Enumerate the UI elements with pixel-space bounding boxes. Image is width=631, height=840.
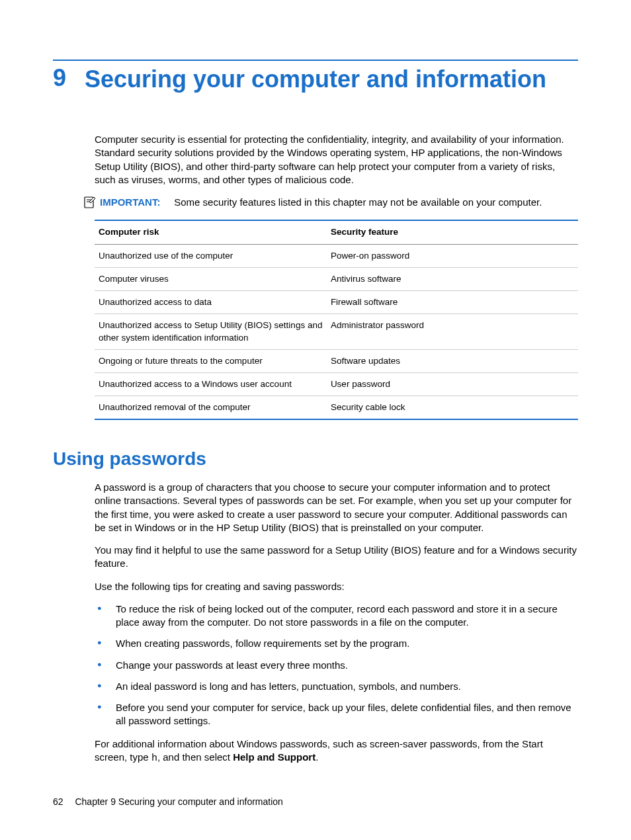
- important-label: IMPORTANT:: [100, 196, 160, 208]
- section-p4: For additional information about Windows…: [95, 737, 578, 766]
- chapter-heading: 9 Securing your computer and information: [53, 65, 578, 93]
- list-item: When creating passwords, follow requirem…: [95, 637, 578, 650]
- col-header-feature: Security feature: [327, 220, 578, 244]
- footer-text: Chapter 9 Securing your computer and inf…: [75, 796, 282, 807]
- cell-feature: Administrator password: [327, 314, 578, 349]
- section-p2: You may find it helpful to use the same …: [95, 544, 578, 571]
- table-row: Ongoing or future threats to the compute…: [95, 349, 578, 372]
- chapter-title: Securing your computer and information: [85, 65, 546, 93]
- table-row: Unauthorized access to a Windows user ac…: [95, 372, 578, 396]
- list-item: Before you send your computer for servic…: [95, 701, 578, 728]
- cell-risk: Unauthorized access to a Windows user ac…: [95, 372, 327, 396]
- table-row: Unauthorized removal of the computer Sec…: [95, 396, 578, 420]
- page-number: 62: [53, 796, 63, 807]
- cell-risk: Unauthorized access to Setup Utility (BI…: [95, 314, 327, 349]
- cell-risk: Ongoing or future threats to the compute…: [95, 349, 327, 372]
- list-item: An ideal password is long and has letter…: [95, 680, 578, 693]
- security-table: Computer risk Security feature Unauthori…: [95, 220, 578, 420]
- col-header-risk: Computer risk: [95, 220, 327, 244]
- chapter-number: 9: [53, 65, 66, 91]
- cell-feature: Software updates: [327, 349, 578, 372]
- cell-risk: Unauthorized removal of the computer: [95, 396, 327, 420]
- section-p1: A password is a group of characters that…: [95, 481, 578, 534]
- cell-risk: Unauthorized use of the computer: [95, 244, 327, 267]
- p4-mid: , and then select: [157, 751, 233, 763]
- table-header-row: Computer risk Security feature: [95, 220, 578, 244]
- important-text: IMPORTANT: Some security features listed…: [100, 196, 542, 209]
- table-row: Unauthorized access to Setup Utility (BI…: [95, 314, 578, 349]
- important-body: Some security features listed in this ch…: [174, 196, 542, 208]
- important-note: IMPORTANT: Some security features listed…: [84, 196, 578, 212]
- cell-feature: User password: [327, 372, 578, 396]
- cell-feature: Power-on password: [327, 244, 578, 267]
- top-rule: [53, 60, 578, 61]
- cell-risk: Unauthorized access to data: [95, 291, 327, 314]
- p4-post: .: [316, 751, 318, 763]
- intro-paragraph: Computer security is essential for prote…: [95, 133, 578, 187]
- cell-feature: Antivirus software: [327, 267, 578, 290]
- list-item: Change your passwords at least every thr…: [95, 659, 578, 672]
- table-row: Unauthorized use of the computer Power-o…: [95, 244, 578, 267]
- cell-feature: Security cable lock: [327, 396, 578, 420]
- list-item: To reduce the risk of being locked out o…: [95, 603, 578, 630]
- cell-feature: Firewall software: [327, 291, 578, 314]
- page-footer: 62 Chapter 9 Securing your computer and …: [53, 796, 283, 808]
- section-p3: Use the following tips for creating and …: [95, 580, 578, 593]
- p4-code: h: [151, 753, 157, 764]
- section-heading: Using passwords: [53, 446, 578, 472]
- cell-risk: Computer viruses: [95, 267, 327, 290]
- tips-list: To reduce the risk of being locked out o…: [95, 603, 578, 728]
- table-row: Unauthorized access to data Firewall sof…: [95, 291, 578, 314]
- p4-bold: Help and Support: [233, 751, 316, 763]
- table-row: Computer viruses Antivirus software: [95, 267, 578, 290]
- note-icon: [84, 196, 96, 212]
